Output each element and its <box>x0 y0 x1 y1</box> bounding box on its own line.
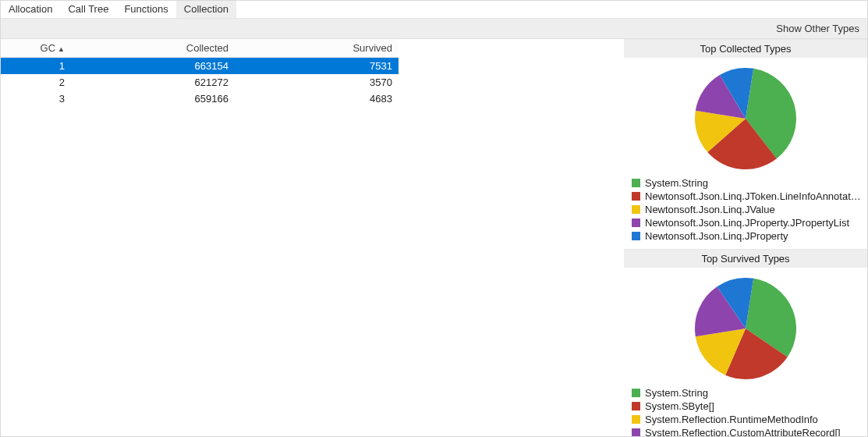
legend-item: System.SByte[] <box>632 400 861 413</box>
tab-collection[interactable]: Collection <box>176 1 236 18</box>
main-row: GC▲ Collected Survived 1 663154 7531 2 6… <box>1 39 867 436</box>
legend-label: System.String <box>645 176 708 190</box>
cell-gc: 2 <box>1 74 71 91</box>
right-pane: Top Collected Types System.StringNewtons… <box>624 39 867 436</box>
legend-label: Newtonsoft.Json.Linq.JValue <box>645 203 775 216</box>
legend-swatch <box>632 389 640 397</box>
collected-panel-title: Top Collected Types <box>624 40 867 58</box>
survived-header[interactable]: Survived <box>235 39 399 58</box>
legend-label: Newtonsoft.Json.Linq.JToken.LineInfoAnno… <box>645 190 861 203</box>
cell-collected: 621272 <box>71 74 235 91</box>
show-other-types-link[interactable]: Show Other Types <box>776 23 859 34</box>
collected-chart-wrap <box>624 58 867 176</box>
legend-label: System.String <box>645 386 708 400</box>
gc-header-label: GC <box>41 42 56 54</box>
app-root: Allocation Call Tree Functions Collectio… <box>0 0 868 437</box>
legend-swatch <box>632 179 640 187</box>
collected-legend: System.StringNewtonsoft.Json.Linq.JToken… <box>624 176 867 249</box>
survived-legend: System.StringSystem.SByte[]System.Reflec… <box>624 386 867 436</box>
legend-item: System.String <box>632 386 861 400</box>
legend-swatch <box>632 415 640 424</box>
legend-swatch <box>632 232 640 240</box>
legend-item: System.Reflection.RuntimeMethodInfo <box>632 413 861 426</box>
toolstrip: Show Other Types <box>1 19 867 40</box>
legend-label: System.Reflection.CustomAttributeRecord[… <box>645 426 841 436</box>
legend-swatch <box>632 218 640 227</box>
cell-survived: 3570 <box>235 74 399 91</box>
legend-label: System.Reflection.RuntimeMethodInfo <box>645 413 818 426</box>
sort-asc-icon: ▲ <box>58 45 65 53</box>
gc-header[interactable]: GC▲ <box>1 39 71 58</box>
tab-functions[interactable]: Functions <box>116 1 175 18</box>
cell-collected: 663154 <box>71 58 235 75</box>
legend-item: Newtonsoft.Json.Linq.JProperty.JProperty… <box>632 216 861 229</box>
tab-call-tree[interactable]: Call Tree <box>60 1 116 18</box>
survived-pie-chart <box>691 274 800 383</box>
legend-item: Newtonsoft.Json.Linq.JToken.LineInfoAnno… <box>632 190 861 203</box>
cell-gc: 1 <box>1 58 71 75</box>
legend-item: Newtonsoft.Json.Linq.JValue <box>632 203 861 216</box>
legend-item: System.Reflection.CustomAttributeRecord[… <box>632 426 861 436</box>
legend-swatch <box>632 205 640 214</box>
tabbar: Allocation Call Tree Functions Collectio… <box>1 1 867 19</box>
legend-label: Newtonsoft.Json.Linq.JProperty <box>645 229 788 243</box>
cell-collected: 659166 <box>71 91 235 107</box>
legend-item: Newtonsoft.Json.Linq.JProperty <box>632 229 861 243</box>
cell-survived: 7531 <box>235 58 399 75</box>
survived-chart-wrap <box>624 268 867 386</box>
table-row[interactable]: 1 663154 7531 <box>1 58 399 75</box>
collected-panel: Top Collected Types System.StringNewtons… <box>624 39 867 249</box>
left-pane: GC▲ Collected Survived 1 663154 7531 2 6… <box>1 39 624 436</box>
legend-label: System.SByte[] <box>645 400 714 413</box>
table-row[interactable]: 2 621272 3570 <box>1 74 399 91</box>
legend-swatch <box>632 428 640 436</box>
collected-header[interactable]: Collected <box>71 39 235 58</box>
cell-survived: 4683 <box>235 91 399 107</box>
tab-allocation[interactable]: Allocation <box>1 1 60 18</box>
table-row[interactable]: 3 659166 4683 <box>1 91 399 107</box>
cell-gc: 3 <box>1 91 71 107</box>
collected-pie-chart <box>691 64 800 173</box>
legend-swatch <box>632 402 640 410</box>
legend-item: System.String <box>632 176 861 190</box>
legend-label: Newtonsoft.Json.Linq.JProperty.JProperty… <box>645 216 849 229</box>
survived-panel: Top Survived Types System.StringSystem.S… <box>624 249 867 436</box>
gc-table: GC▲ Collected Survived 1 663154 7531 2 6… <box>1 39 399 107</box>
survived-panel-title: Top Survived Types <box>624 250 867 268</box>
legend-swatch <box>632 192 640 201</box>
